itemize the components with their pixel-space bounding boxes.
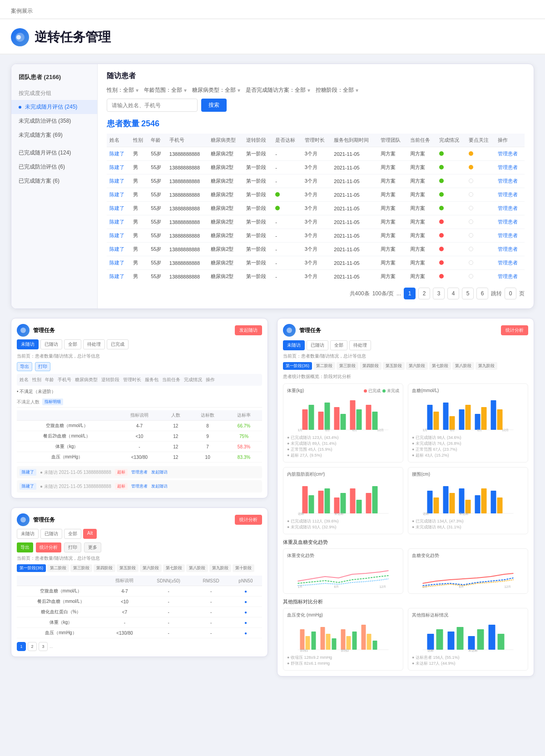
stage-tab-2[interactable]: 第二阶段 [47,564,69,572]
th-type: 糖尿病类型 [208,134,243,147]
sidebar-item-0[interactable]: 未完成随月评估 (245) [11,100,97,114]
mini-row-4: 血压（mmHg） <130/80 12 10 83.3% [17,452,262,463]
card1-badge-print[interactable]: 打印 [35,362,50,371]
card1-badge-export[interactable]: 导出 [17,362,32,371]
title-section: 逆转任务管理 [0,19,545,55]
sidebar-item-1[interactable]: 未完成防治评估 (358) [11,114,97,128]
card1-data-rows: • 不满足（未进阶） 不满足人数 指标明细 指标说明 人数 [17,388,262,492]
filter-age: 年龄范围：全部 ▾ [144,86,187,94]
sidebar-item-4[interactable]: 已完成防治评估 (6) [11,160,97,174]
stage-tab-1[interactable]: 第一阶段(35) [17,564,46,572]
card3-info: 当前页：患者数量/随访情况，总计等信息 [17,555,262,562]
card1-badges: 导出 打印 [17,362,262,371]
page-btn-6[interactable]: 6 [476,288,488,299]
stage-tab-3[interactable]: 第三阶段 [70,564,92,572]
card3-tab-0[interactable]: 未随访 [17,529,39,539]
stage-tab-5[interactable]: 第五阶段 [117,564,139,572]
card3-page-3[interactable]: 3 [39,642,48,651]
card3-page-2[interactable]: 2 [28,642,37,651]
card1-title: 管理任务 [33,327,55,334]
right-stage-3[interactable]: 第三阶段 [337,362,358,370]
page-btn-1[interactable]: 1 [404,288,416,299]
line-chart-2-svg: 1月 6月 12月 [412,561,524,588]
svg-rect-87 [468,636,475,650]
filter-row: 性别：全部 ▾ 年龄范围：全部 ▾ 糖尿病类型：全部 ▾ 是否完成随访方案：全部… [107,86,525,94]
svg-rect-25 [459,409,465,430]
right-stage-9[interactable]: 第九阶段 [476,362,497,370]
page-btn-2[interactable]: 2 [418,288,430,299]
chart-sugar: 血糖(mmol/L) 1月 [408,383,528,463]
th-team: 管理团队 [378,134,407,147]
card3-btn-export[interactable]: 导出 [17,542,33,552]
stage-tab-7[interactable]: 第七阶段 [163,564,185,572]
right-stage-2[interactable]: 第二阶段 [313,362,335,370]
line-chart-1-svg: 1月 6月 12月 [287,561,399,588]
svg-rect-29 [491,400,496,430]
card3-tab-2[interactable]: 全部 [64,529,81,539]
right-tab-1[interactable]: 已随访 [307,340,328,350]
bottom-chart-1-stats: ● 收缩压 128±9.2 mmHg ● 舒张压 82±6.1 mmHg [287,655,399,666]
stage-tab-9[interactable]: 第九阶段 [209,564,231,572]
charts-grid-1: 体重(kg) 已完成 未完成 [283,383,528,534]
page-btn-5[interactable]: 5 [462,288,474,299]
svg-rect-10 [334,407,340,430]
table-row-7: 陈建了 男 55岁 13888888888 糖尿病2型 第一阶段 - 3个月 2… [107,243,525,256]
right-card-btn[interactable]: 统计分析 [501,325,528,335]
right-panel-card: 管理任务 统计分析 未随访 已随访 全部 待处理 当前页：患者数量/随访情况，总… [277,318,534,676]
card1-action-btn[interactable]: 发起随访 [235,325,262,335]
right-tab-0[interactable]: 未随访 [283,340,305,350]
card3-action-btn[interactable]: 统计分析 [235,515,262,525]
stage-tab-6[interactable]: 第六阶段 [140,564,162,572]
svg-rect-53 [459,488,465,513]
svg-rect-23 [443,403,449,430]
svg-text:6月: 6月 [352,428,357,432]
right-stage-6[interactable]: 第六阶段 [406,362,428,370]
card3-btn-more[interactable]: 更多 [84,542,101,552]
stats-row-2: 餐后2h血糖（mmol/L） <10 - - ● [17,597,262,607]
page-btn-4[interactable]: 4 [447,288,459,299]
search-row: 搜索 [107,99,525,112]
right-stage-4[interactable]: 第四阶段 [360,362,382,370]
card1-tab-4[interactable]: 已完成 [107,339,129,349]
bottom-chart-1: 血压变化 (mmHg) [283,608,403,671]
svg-rect-79 [373,641,377,650]
page-btn-3[interactable]: 3 [433,288,445,299]
card1-tab-3[interactable]: 待处理 [83,339,105,349]
right-tab-2[interactable]: 全部 [330,340,347,350]
right-stage-8[interactable]: 第八阶段 [452,362,474,370]
bottom-grid: 管理任务 发起随访 未随访 已随访 全部 待处理 已完成 当前页：患者数量/随访… [11,318,534,676]
svg-point-3 [20,517,26,522]
card3-page-1[interactable]: 1 [17,642,26,651]
svg-rect-12 [350,400,356,430]
sidebar-item-5[interactable]: 已完成随方案 (6) [11,174,97,188]
card1-mini-header: 姓名性别年龄手机号糖尿病类型逆转阶段管理时长服务包当前任务完成情况操作 [17,374,262,386]
card3-tab-alt[interactable]: AIt [83,529,97,539]
sidebar-item-3[interactable]: 已完成随月评估 (124) [11,146,97,160]
right-stage-7[interactable]: 第七阶段 [429,362,451,370]
stage-tab-8[interactable]: 第八阶段 [186,564,208,572]
main-demo-card: 团队患者 (2166) 按完成度分组 未完成随月评估 (245) 未完成防治评估… [11,64,534,309]
svg-rect-7 [309,405,314,430]
svg-point-4 [287,328,292,333]
search-button[interactable]: 搜索 [201,99,227,112]
stage-tab-10[interactable]: 第十阶段 [233,564,254,572]
jump-input[interactable]: 0 [505,288,516,299]
chart-waist: 腰围(cm) 达标 未 [408,467,528,534]
th-reached: 是否达标 [272,134,302,147]
card3-btn-print[interactable]: 打印 [64,542,81,552]
right-tab-3[interactable]: 待处理 [349,340,371,350]
right-card-title: 管理任务 [299,327,321,334]
card3-btn-stats[interactable]: 统计分析 [36,542,61,552]
stage-tab-4[interactable]: 第四阶段 [94,564,115,572]
svg-rect-72 [326,634,331,650]
sidebar-item-2[interactable]: 未完成随方案 (69) [11,128,97,142]
card1-tab-1[interactable]: 已随访 [40,339,62,349]
card1-tab-0[interactable]: 未随访 [17,339,39,349]
card3-tab-1[interactable]: 已随访 [40,529,62,539]
svg-rect-86 [457,627,464,650]
right-stage-1[interactable]: 第一阶段(35) [283,362,312,370]
right-stage-5[interactable]: 第五阶段 [383,362,405,370]
card1-tab-2[interactable]: 全部 [64,339,81,349]
search-input[interactable] [107,99,198,112]
svg-rect-58 [497,497,503,513]
